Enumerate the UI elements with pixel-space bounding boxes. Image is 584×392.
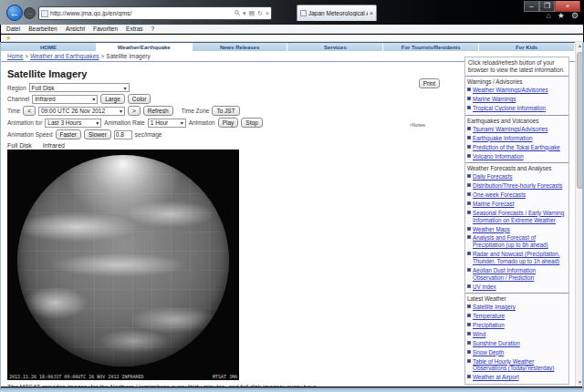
menu-hilfe[interactable]: ? bbox=[151, 26, 155, 32]
compatibility-view-icon[interactable]: ▤ bbox=[248, 10, 255, 17]
address-bar[interactable]: http://www.jma.go.jp/en/gms/ ▾ ▤ ↻ × bbox=[38, 6, 272, 20]
slower-button[interactable]: Slower bbox=[84, 129, 111, 139]
sidebar-link-label: Marine Warnings bbox=[473, 96, 516, 103]
sidebar-section-forecasts: Weather Forecasts and Analyses Daily For… bbox=[465, 163, 568, 294]
time-select[interactable]: 09:00 UTC 26 Nov 2012 ▾ bbox=[38, 107, 125, 116]
square-bullet-icon bbox=[467, 323, 471, 326]
region-select[interactable]: Full Disk ▾ bbox=[29, 83, 130, 92]
play-button[interactable]: Play bbox=[218, 118, 239, 128]
large-button[interactable]: Large bbox=[100, 94, 125, 104]
menu-bearbeiten[interactable]: Bearbeiten bbox=[28, 26, 57, 32]
menu-datei[interactable]: Datei bbox=[6, 26, 20, 32]
sidebar-item-earthquake-info[interactable]: Earthquake Information bbox=[467, 134, 567, 143]
browser-toolbar-icons: ⌂ ★ ⚙ bbox=[546, 11, 579, 20]
square-bullet-icon bbox=[467, 304, 471, 308]
sidebar-item-volcano-info[interactable]: Volcano Information bbox=[467, 152, 567, 161]
animation-for-select[interactable]: Last 3 Hours ▾ bbox=[45, 119, 101, 128]
time-next-button[interactable]: > bbox=[128, 106, 141, 116]
minimize-button[interactable]: – bbox=[524, 1, 539, 12]
autocomplete-caret-icon[interactable]: ▾ bbox=[243, 10, 246, 17]
animation-rate-select[interactable]: 1 Hour ▾ bbox=[148, 119, 186, 128]
site-favicon-icon bbox=[41, 10, 48, 17]
sidebar-item-seasonal-forecasts[interactable]: Seasonal Forecasts / Early Warning Infor… bbox=[467, 209, 567, 225]
sidebar-item-daily-forecasts[interactable]: Daily Forecasts bbox=[467, 172, 567, 181]
region-row: Region Full Disk ▾ bbox=[7, 83, 465, 92]
sidebar-item-marine-forecast[interactable]: Marine Forecast bbox=[467, 200, 567, 209]
sidebar-item-temperature[interactable]: Temperature bbox=[467, 312, 567, 321]
square-bullet-icon bbox=[467, 284, 471, 288]
print-button[interactable]: Print bbox=[419, 78, 440, 88]
nav-tab-kids[interactable]: For Kids bbox=[479, 43, 575, 51]
sidebar-item-snow-depth[interactable]: Snow Depth bbox=[467, 348, 567, 357]
sidebar-link-label: Analysis and Forecast of Precipitation (… bbox=[473, 234, 567, 249]
sidebar-link-label: Snow Depth bbox=[473, 349, 504, 356]
nav-tab-tourists-residents[interactable]: For Tourists/Residents bbox=[383, 43, 479, 51]
favorites-star-icon[interactable]: ★ bbox=[558, 11, 565, 20]
refresh-icon[interactable]: ↻ bbox=[257, 10, 263, 17]
gear-icon[interactable]: ⚙ bbox=[571, 11, 579, 20]
menu-extras[interactable]: Extras bbox=[126, 26, 142, 32]
sidebar-item-weather-warnings[interactable]: Weather Warnings/Advisories bbox=[467, 86, 567, 95]
speed-input[interactable] bbox=[114, 130, 132, 139]
url-text[interactable]: http://www.jma.go.jp/en/gms/ bbox=[50, 10, 232, 16]
sidebar-item-distribution-forecasts[interactable]: Distribution/Three-hourly Forecasts bbox=[467, 181, 567, 191]
sidebar-link-label: Weather Warnings/Advisories bbox=[473, 87, 548, 94]
sidebar-item-tokai-earthquake[interactable]: Prediction of the Tokai Earthquake bbox=[467, 143, 567, 152]
refresh-button[interactable]: Refresh bbox=[143, 106, 173, 116]
sidebar-item-wind[interactable]: Wind bbox=[467, 330, 567, 339]
sidebar-link-label: Temperature bbox=[473, 313, 505, 320]
sidebar-item-tropical-cyclone[interactable]: Tropical Cyclone Information bbox=[467, 104, 567, 113]
window-border-left bbox=[0, 42, 1, 387]
breadcrumb-home-link[interactable]: Home bbox=[7, 53, 23, 59]
forward-button[interactable]: → bbox=[24, 7, 36, 19]
sidebar-item-weather-at-airport[interactable]: Weather at Airport bbox=[467, 373, 567, 382]
tab-close-icon[interactable]: × bbox=[370, 10, 373, 16]
sidebar-item-precipitation-analysis[interactable]: Analysis and Forecast of Precipitation (… bbox=[467, 233, 567, 250]
add-favorite-star-icon[interactable]: ★ bbox=[5, 35, 11, 41]
square-bullet-icon bbox=[467, 201, 471, 205]
sidebar-item-satellite-imagery[interactable]: Satellite Imagery bbox=[467, 303, 567, 312]
square-bullet-icon bbox=[467, 145, 471, 149]
back-button[interactable]: ← bbox=[6, 5, 23, 21]
home-icon[interactable]: ⌂ bbox=[546, 11, 550, 20]
image-channel-label: Infrared bbox=[43, 142, 65, 149]
stop-icon[interactable]: × bbox=[266, 10, 269, 17]
chevron-down-icon: ▾ bbox=[96, 119, 99, 126]
sidebar-link-label: Satellite Imagery bbox=[473, 304, 516, 311]
satellite-image[interactable]: 2012.11.26 18:00JST 09:00UTC 26 NOV 2012… bbox=[7, 150, 239, 380]
sidebar-item-marine-warnings[interactable]: Marine Warnings bbox=[467, 95, 567, 104]
faster-button[interactable]: Faster bbox=[56, 129, 81, 139]
nav-tab-home[interactable]: HOME bbox=[1, 43, 97, 51]
sidebar-item-aeolian-dust[interactable]: Aeolian Dust Information Observation / P… bbox=[467, 266, 567, 283]
sidebar-item-radar-nowcast[interactable]: Radar and Nowcast (Precipitation, Thunde… bbox=[467, 250, 567, 266]
speed-row: Animation Speed Faster Slower sec/image bbox=[7, 129, 465, 139]
sidebar-item-sunshine-duration[interactable]: Sunshine Duration bbox=[467, 339, 567, 348]
color-button[interactable]: Color bbox=[128, 94, 151, 104]
menu-ansicht[interactable]: Ansicht bbox=[66, 26, 85, 32]
animation-label: Animation bbox=[189, 119, 215, 126]
sidebar-link-label: Weather at Airport bbox=[473, 374, 519, 381]
time-prev-button[interactable]: < bbox=[23, 106, 36, 116]
square-bullet-icon bbox=[467, 97, 471, 100]
sidebar-item-hourly-observations[interactable]: Table of Hourly Weather Observations (To… bbox=[467, 357, 567, 374]
nav-tab-news-releases[interactable]: News Releases bbox=[193, 43, 288, 51]
stop-button[interactable]: Stop bbox=[241, 118, 262, 128]
channel-select[interactable]: Infrared ▾ bbox=[32, 95, 98, 104]
sidebar-section-warnings: Warnings / Advisories Weather Warnings/A… bbox=[465, 77, 568, 116]
nav-tab-weather-earthquake[interactable]: Weather/Earthquake bbox=[97, 43, 193, 51]
notes-link[interactable]: >Notes bbox=[409, 122, 425, 128]
browser-tab[interactable]: Japan Meteorological Agen... × bbox=[297, 5, 377, 21]
to-jst-button[interactable]: To JST bbox=[212, 106, 239, 116]
breadcrumb-separator: > bbox=[23, 53, 30, 59]
sidebar-item-weather-maps[interactable]: Weather Maps bbox=[467, 225, 567, 234]
breadcrumb-weather-link[interactable]: Weather and Earthquakes bbox=[30, 53, 99, 59]
search-icon[interactable] bbox=[235, 10, 240, 17]
sidebar-item-one-week-forecasts[interactable]: One-week Forecasts bbox=[467, 191, 567, 200]
sidebar: Click reload/refresh button of your brow… bbox=[464, 57, 569, 385]
sidebar-item-tsunami[interactable]: Tsunami Warnings/Advisories bbox=[467, 125, 567, 134]
animation-speed-label: Animation Speed bbox=[7, 131, 53, 138]
nav-tab-services[interactable]: Services bbox=[287, 43, 383, 51]
sidebar-item-uv-index[interactable]: UV index bbox=[467, 283, 567, 292]
menu-favoriten[interactable]: Favoriten bbox=[93, 26, 118, 32]
sidebar-item-precipitation[interactable]: Precipitation bbox=[467, 321, 567, 330]
